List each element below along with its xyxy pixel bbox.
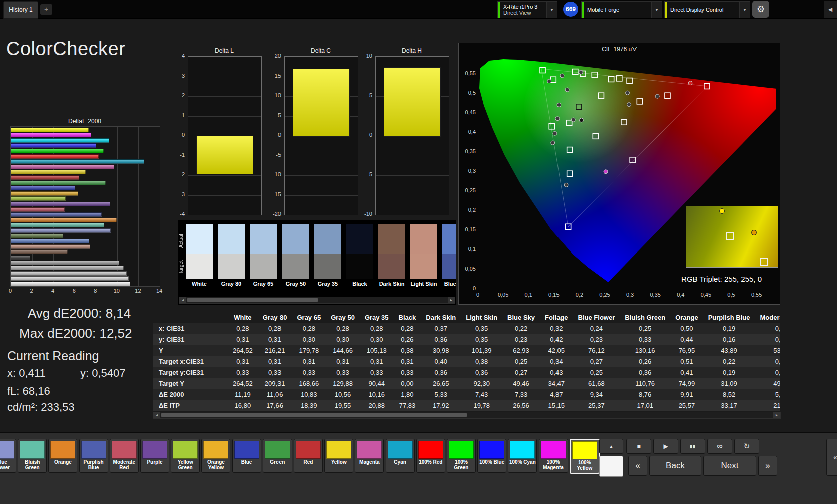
- patch-button-purple[interactable]: Purple: [140, 439, 169, 473]
- swatch-label: Blue Sky: [442, 281, 456, 287]
- patch-button-yellow-green[interactable]: Yellow Green: [171, 439, 200, 473]
- patch-button-100-cyan[interactable]: 100% Cyan: [508, 439, 537, 473]
- patch-button-label: Magenta: [356, 459, 383, 465]
- table-row: Target x:CIE310,310,310,310,310,310,310,…: [153, 356, 780, 367]
- patch-button-label: 100% Red: [417, 459, 444, 465]
- patch-color-swatch: [541, 441, 566, 459]
- table-row-label: x: CIE31: [153, 323, 228, 334]
- patch-button-100-magenta[interactable]: 100% Magenta: [539, 439, 568, 473]
- cie-zoom-inset: [686, 206, 778, 268]
- patch-button-orange-yellow[interactable]: Orange Yellow: [201, 439, 230, 473]
- patch-button-yellow[interactable]: Yellow: [324, 439, 353, 473]
- patch-button-red[interactable]: Red: [294, 439, 323, 473]
- table-cell: 0,31: [755, 367, 780, 378]
- next-button[interactable]: Next: [703, 456, 756, 476]
- scroll-right-icon[interactable]: ►: [773, 412, 780, 418]
- axis-tick-label: 2: [30, 288, 33, 294]
- add-tab-button[interactable]: +: [40, 4, 52, 15]
- table-cell: 0,40: [421, 356, 461, 367]
- scroll-left-icon[interactable]: ◄: [179, 297, 186, 303]
- collapse-panel-icon[interactable]: ◀: [824, 1, 837, 18]
- deltae-bar: [11, 255, 30, 260]
- table-cell: 0,25: [502, 356, 540, 367]
- table-cell: 0,42: [540, 334, 573, 345]
- table-cell: 0,32: [540, 323, 573, 334]
- patch-button-orange[interactable]: Orange: [48, 439, 77, 473]
- play-button[interactable]: ▶: [653, 439, 678, 454]
- gridline: [188, 96, 261, 97]
- table-header-cell: Orange: [670, 312, 703, 323]
- deltae-bar: [11, 170, 86, 174]
- scrollbar-thumb[interactable]: [161, 413, 467, 417]
- patch-button-100-red[interactable]: 100% Red: [416, 439, 445, 473]
- axis-tick-label: -2: [166, 171, 185, 177]
- pause-button[interactable]: ▮▮: [680, 439, 705, 454]
- forward-chevron-button[interactable]: »: [758, 456, 777, 476]
- cie-measured-marker: [547, 79, 551, 83]
- table-cell: 0,30: [292, 334, 326, 345]
- chevron-down-icon: ▼: [546, 2, 557, 18]
- back-button[interactable]: Back: [649, 456, 701, 476]
- table-header-cell: Gray 35: [360, 312, 394, 323]
- infinite-loop-button[interactable]: ∞: [707, 439, 732, 454]
- deltae-bar: [11, 212, 102, 217]
- table-cell: 0,37: [421, 323, 461, 334]
- tab-history-1[interactable]: History 1: [3, 1, 38, 19]
- deltae-bar: [11, 159, 144, 164]
- table-scrollbar[interactable]: ◄ ►: [153, 412, 781, 419]
- axis-tick-label: 20: [262, 53, 281, 59]
- table-cell: 76,95: [670, 345, 703, 356]
- patch-button-blue[interactable]: Blue: [232, 439, 261, 473]
- table-cell: 216,21: [258, 345, 292, 356]
- gear-icon[interactable]: ⚙: [752, 1, 769, 18]
- patch-color-swatch: [20, 441, 45, 459]
- meter-label: Mobile Forge: [587, 7, 648, 13]
- table-cell: 0,34: [540, 356, 573, 367]
- patch-color-swatch: [572, 441, 597, 459]
- scrollbar-thumb[interactable]: [187, 298, 318, 302]
- table-cell: 4,87: [540, 389, 573, 400]
- cie-measured-marker: [553, 131, 557, 135]
- patch-button-green[interactable]: Green: [263, 439, 292, 473]
- scroll-left-icon[interactable]: ◄: [153, 412, 160, 418]
- table-cell: 15,15: [540, 400, 573, 411]
- patch-color-swatch: [142, 441, 167, 459]
- patch-button-label: 100% Cyan: [509, 459, 536, 465]
- patch-button-magenta[interactable]: Magenta: [355, 439, 384, 473]
- table-cell: 0,31: [258, 356, 292, 367]
- patch-color-swatch: [418, 441, 443, 459]
- cie-measured-marker: [555, 117, 560, 121]
- patch-button-bluish-green[interactable]: Bluish Green: [18, 439, 47, 473]
- deltae-bar: [11, 239, 89, 243]
- axis-tick-label: 0,35: [650, 292, 660, 298]
- patch-button-moderate-red[interactable]: Moderate Red: [110, 439, 139, 473]
- calman-colorchecker-window: { "topbar": { "tab_label": "History 1", …: [0, 0, 837, 504]
- scroll-right-icon[interactable]: ►: [448, 297, 455, 303]
- meter-dropdown-mobile-forge[interactable]: Mobile Forge ▼: [581, 1, 662, 18]
- gridline: [285, 195, 358, 196]
- patch-button-100-green[interactable]: 100% Green: [447, 439, 476, 473]
- swatch-strip-scrollbar[interactable]: ◄ ►: [179, 297, 455, 304]
- deltae-bar: [11, 175, 79, 180]
- pattern-window-button[interactable]: [599, 456, 623, 477]
- deltae-bar: [11, 165, 114, 169]
- repeat-button[interactable]: ↻: [734, 439, 759, 454]
- patch-button-purplish-blue[interactable]: Purplish Blue: [79, 439, 108, 473]
- target-swatch: [282, 254, 309, 279]
- table-cell: 34,47: [540, 378, 573, 389]
- chevron-up-button[interactable]: ▲: [599, 439, 623, 454]
- actual-swatch: [186, 224, 213, 254]
- patch-button-100-yellow[interactable]: 100% Yellow: [570, 439, 600, 474]
- patch-button-100-blue[interactable]: 100% Blue: [477, 439, 506, 473]
- panel-handle-button[interactable]: «: [826, 439, 837, 476]
- meter-label: Direct Display Control: [670, 7, 736, 13]
- max-de2000-stat: Max dE2000: 12,52: [19, 326, 132, 341]
- meter-dropdown-display-control[interactable]: Direct Display Control ▼: [664, 1, 750, 18]
- patch-button-label: 100% Blue: [478, 459, 505, 465]
- patch-button-cyan[interactable]: Cyan: [386, 439, 415, 473]
- back-chevron-button[interactable]: «: [628, 456, 647, 476]
- meter-dropdown-i1pro[interactable]: X-Rite i1Pro 3 Direct View ▼: [497, 1, 557, 18]
- table-cell: 264,52: [228, 378, 258, 389]
- stop-button[interactable]: ■: [626, 439, 651, 454]
- patch-button-blue-flower[interactable]: Blue Flower: [0, 439, 16, 473]
